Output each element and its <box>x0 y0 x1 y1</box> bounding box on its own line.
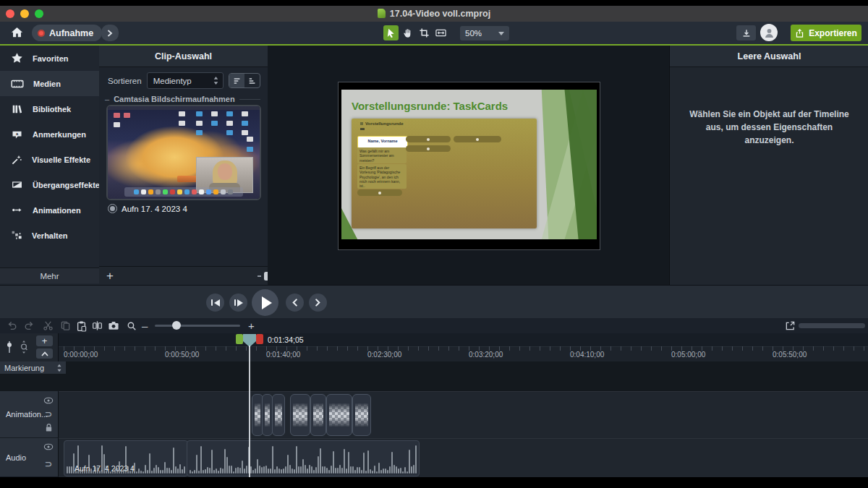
desktop-icon <box>211 111 218 116</box>
record-expand-button[interactable] <box>101 25 119 41</box>
ruler-time-label: 0:04:10;00 <box>570 351 604 359</box>
step-back-button[interactable] <box>206 294 224 312</box>
animation-clip[interactable] <box>310 394 326 436</box>
sidebar-item-visuelle-effekte[interactable]: Visuelle Effekte <box>0 147 99 172</box>
animation-clip[interactable] <box>352 394 371 436</box>
sort-desc-icon <box>248 77 257 85</box>
sidebar-item-anmerkungen[interactable]: aAnmerkungen <box>0 121 99 147</box>
undo-button[interactable] <box>4 319 19 333</box>
track-visibility-button[interactable] <box>43 442 54 451</box>
hand-tool-button[interactable] <box>400 25 415 40</box>
pan-tool-button[interactable] <box>433 25 448 40</box>
marker-track-row: Markierung <box>0 361 868 374</box>
record-dot-icon <box>38 30 45 37</box>
sort-descending-button[interactable] <box>244 74 260 87</box>
detach-timeline-button[interactable] <box>783 319 797 333</box>
marker-type-select[interactable]: Markierung <box>0 361 66 374</box>
account-avatar[interactable] <box>760 24 778 41</box>
copy-button[interactable] <box>58 319 72 333</box>
sidebar-more-button[interactable]: Mehr <box>0 267 99 283</box>
track-name: Audio <box>6 453 26 462</box>
track-visibility-button[interactable] <box>43 396 54 405</box>
canvas-zoom-select[interactable]: 50% <box>460 26 509 40</box>
ruler-time-label: 0:00:50;00 <box>165 351 199 359</box>
select-tool-button[interactable] <box>383 25 399 40</box>
animation-clip[interactable] <box>272 394 285 436</box>
previous-marker-button[interactable] <box>286 294 304 312</box>
step-forward-button[interactable] <box>229 294 247 312</box>
cut-button[interactable] <box>41 319 55 333</box>
next-marker-button[interactable] <box>309 294 327 312</box>
export-button[interactable]: Exportieren <box>791 25 861 41</box>
clip-bin-title: Clip-Auswahl <box>99 46 268 67</box>
board-card: Ein Begriff aus der Vorlesung 'Pädagogis… <box>357 164 407 189</box>
sidebar-item-label: Bibliothek <box>33 105 71 114</box>
desktop-icon <box>247 137 253 142</box>
titlebar: 17.04-Video voll.cmproj <box>0 6 868 22</box>
track-lock-button[interactable] <box>43 423 54 432</box>
chevron-right-icon <box>106 30 114 37</box>
timeline-scrollbar[interactable] <box>799 323 865 328</box>
sidebar-item-übergangseffekte[interactable]: Übergangseffekte <box>0 172 99 197</box>
sort-ascending-button[interactable] <box>229 74 244 87</box>
media-group-label: Camtasia Bildschirmaufnahmen <box>114 95 235 103</box>
animation-clip[interactable] <box>262 394 273 436</box>
sidebar-item-verhalten[interactable]: Verhalten <box>0 223 99 248</box>
track-zoom-icon[interactable] <box>19 340 29 354</box>
collapse-tracks-button[interactable] <box>36 348 53 359</box>
record-tab[interactable]: Aufnahme <box>32 25 102 41</box>
selection-in-handle[interactable] <box>236 334 243 344</box>
home-icon <box>10 26 24 40</box>
crop-tool-button[interactable] <box>417 25 432 40</box>
dock-icon <box>192 189 197 194</box>
screenshot-button[interactable] <box>106 319 121 333</box>
collapse-dash-icon: – <box>105 95 109 103</box>
sidebar-item-label: Medien <box>33 80 61 88</box>
desktop-icon <box>211 121 218 126</box>
sidebar: FavoritenMedienBibliothekaAnmerkungenVis… <box>0 46 100 285</box>
track-magnet-button[interactable]: ⊃ <box>43 460 54 468</box>
audio-track-lane[interactable]: Aufn 17. 4 2023 4 <box>58 438 868 478</box>
timeline-zoom-button[interactable] <box>124 319 139 333</box>
redo-button[interactable] <box>22 319 36 333</box>
sidebar-item-bibliothek[interactable]: Bibliothek <box>0 96 99 121</box>
paste-icon <box>76 320 87 332</box>
dock-icon <box>134 189 139 194</box>
media-clip-item[interactable]: Aufn 17. 4 2023 4 <box>106 105 261 213</box>
sidebar-item-favoriten[interactable]: Favoriten <box>0 46 99 71</box>
split-button[interactable] <box>90 319 104 333</box>
hand-tool-icon <box>402 27 413 38</box>
paste-button[interactable] <box>74 319 88 333</box>
track-magnet-button[interactable]: ⊃ <box>43 410 54 419</box>
clip-bin-panel: Clip-Auswahl Sortieren Medientyp – <box>99 46 268 285</box>
home-button[interactable] <box>10 25 24 41</box>
audio-clip[interactable]: Aufn 17. 4 2023 4 <box>64 440 188 476</box>
animation-track-lane[interactable] <box>58 391 868 439</box>
zoom-out-button[interactable]: – <box>142 318 148 333</box>
audio-clip[interactable] <box>187 440 420 476</box>
track-height-toggle-icon[interactable] <box>7 341 12 354</box>
download-button[interactable] <box>736 25 756 40</box>
canvas-stage[interactable]: Vorstellungsrunde: TaskCards Vorstellung… <box>338 82 600 250</box>
timeline-ruler[interactable]: 0:00:00;000:00:50;000:01:40;000:02:30;00… <box>0 333 868 361</box>
timeline-zoom-slider[interactable] <box>155 325 240 327</box>
sidebar-item-animationen[interactable]: Animationen <box>0 197 99 223</box>
ruler-time-label: 0:00:00;00 <box>64 351 98 359</box>
sort-order-group <box>229 73 260 88</box>
sidebar-item-medien[interactable]: Medien <box>0 71 99 96</box>
waveform <box>190 445 417 474</box>
add-media-button[interactable]: + <box>106 270 114 282</box>
sidebar-item-label: Verhalten <box>32 231 68 240</box>
sort-by-select[interactable]: Medientyp <box>147 72 224 89</box>
animation-clip[interactable] <box>290 394 310 436</box>
add-track-button[interactable]: + <box>36 335 53 346</box>
media-group-header[interactable]: – Camtasia Bildschirmaufnahmen <box>99 93 268 103</box>
play-button[interactable] <box>252 289 278 316</box>
ruler-time-label: 0:01:40;00 <box>266 351 300 359</box>
animation-clip[interactable] <box>326 394 352 436</box>
zoom-in-button[interactable]: + <box>248 318 255 333</box>
wand-icon <box>11 154 22 166</box>
selection-out-handle[interactable] <box>256 334 263 344</box>
timeline-zoom-knob[interactable] <box>172 321 181 330</box>
board-button <box>357 189 402 196</box>
